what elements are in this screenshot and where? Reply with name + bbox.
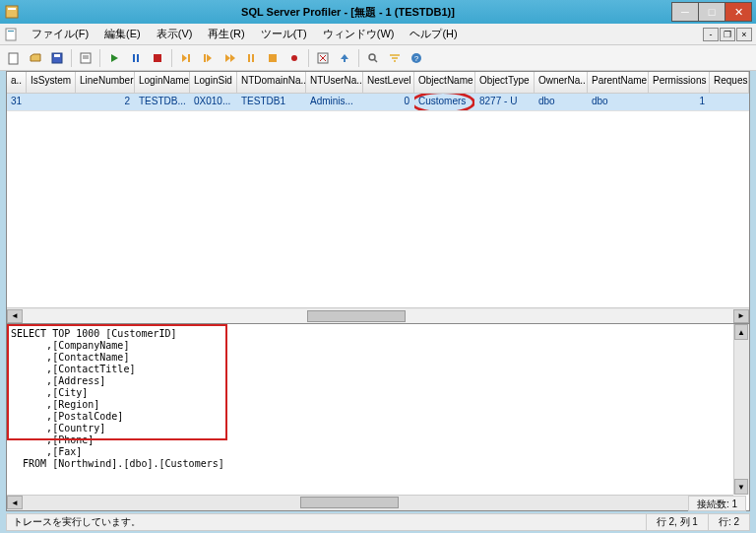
- cell-owner: dbo: [535, 94, 588, 110]
- content-area: a.. IsSystem LineNumber LoginName LoginS…: [6, 71, 750, 511]
- scroll-left-icon[interactable]: ◄: [7, 309, 23, 323]
- text-hscrollbar[interactable]: ◄ ►: [7, 495, 733, 510]
- menu-view[interactable]: 表示(V): [149, 25, 201, 43]
- scroll-thumb[interactable]: [300, 497, 399, 508]
- cell-loginsid: 0X010...: [190, 94, 237, 110]
- col-ntuser[interactable]: NTUserNa..: [306, 72, 363, 93]
- cell-objecttype: 8277 - U: [475, 94, 535, 110]
- svg-rect-4: [9, 53, 18, 64]
- mdi-minimize-button[interactable]: -: [703, 28, 719, 41]
- toolbar: ?: [0, 45, 756, 71]
- status-rows: 行: 2: [708, 514, 749, 530]
- svg-line-24: [374, 59, 377, 62]
- scroll-up-icon[interactable]: ▲: [734, 324, 748, 340]
- replay-pause-icon[interactable]: [241, 48, 261, 68]
- text-vscrollbar[interactable]: ▲ ▼: [733, 324, 749, 495]
- col-linenumber[interactable]: LineNumber: [76, 72, 135, 93]
- replay-stop-icon[interactable]: [263, 48, 283, 68]
- sql-text-pane: SELECT TOP 1000 [CustomerID] ,[CompanyNa…: [7, 324, 749, 510]
- svg-rect-3: [8, 31, 14, 32]
- cell-ntuser: Adminis...: [306, 94, 363, 110]
- filter-button[interactable]: [385, 48, 405, 68]
- open-button[interactable]: [26, 48, 45, 68]
- maximize-button[interactable]: □: [698, 2, 725, 22]
- cell-permissions: 1: [649, 94, 710, 110]
- connection-status: 接続数: 1: [688, 496, 746, 511]
- svg-rect-22: [344, 59, 346, 62]
- window-title: SQL Server Profiler - [無題 - 1 (TESTDB1)]: [24, 5, 672, 20]
- save-button[interactable]: [47, 48, 67, 68]
- menu-help[interactable]: ヘルプ(H): [402, 25, 465, 43]
- menu-bar: ファイル(F) 編集(E) 表示(V) 再生(R) ツール(T) ウィンドウ(W…: [0, 24, 756, 45]
- app-icon: [4, 4, 20, 20]
- find-button[interactable]: [363, 48, 383, 68]
- menu-edit[interactable]: 編集(E): [96, 25, 149, 43]
- menu-tools[interactable]: ツール(T): [253, 25, 315, 43]
- clear-button[interactable]: [313, 48, 333, 68]
- replay-step2-icon[interactable]: [220, 48, 239, 68]
- scroll-left-icon[interactable]: ◄: [7, 496, 23, 509]
- svg-rect-26: [392, 57, 398, 59]
- col-reques[interactable]: Reques: [710, 72, 749, 93]
- run-button[interactable]: [104, 48, 124, 68]
- col-a[interactable]: a..: [7, 72, 27, 93]
- minimize-button[interactable]: ─: [671, 2, 699, 22]
- cell-issystem: [27, 94, 76, 110]
- col-loginsid[interactable]: LoginSid: [190, 72, 237, 93]
- cell-loginname: TESTDB...: [135, 94, 190, 110]
- col-loginname[interactable]: LoginName: [135, 72, 190, 93]
- scroll-right-icon[interactable]: ►: [733, 309, 749, 323]
- col-permissions[interactable]: Permissions: [649, 72, 710, 93]
- title-bar: SQL Server Profiler - [無題 - 1 (TESTDB1)]…: [0, 0, 756, 24]
- col-nestlevel[interactable]: NestLevel: [363, 72, 414, 93]
- svg-rect-6: [54, 54, 60, 57]
- status-position: 行 2, 列 1: [646, 514, 708, 530]
- menu-file[interactable]: ファイル(F): [24, 25, 96, 43]
- svg-rect-17: [269, 54, 277, 62]
- svg-rect-27: [394, 60, 396, 62]
- svg-rect-25: [390, 54, 400, 56]
- cell-linenumber: 2: [76, 94, 135, 110]
- help-button[interactable]: ?: [407, 48, 426, 68]
- mdi-restore-button[interactable]: ❐: [720, 28, 735, 41]
- close-button[interactable]: ✕: [724, 2, 752, 22]
- svg-rect-1: [8, 8, 16, 10]
- grid-hscrollbar[interactable]: ◄ ►: [7, 307, 749, 323]
- col-objectname[interactable]: ObjectName: [414, 72, 475, 93]
- table-row[interactable]: 31 2 TESTDB... 0X010... TESTDB1 Adminis.…: [7, 94, 749, 111]
- col-owner[interactable]: OwnerNa..: [535, 72, 588, 93]
- svg-rect-2: [6, 29, 16, 40]
- mdi-close-button[interactable]: ×: [736, 28, 752, 41]
- breakpoint-icon[interactable]: [284, 48, 304, 68]
- svg-text:?: ?: [414, 54, 419, 63]
- cell-reques: [710, 94, 749, 110]
- svg-rect-15: [248, 54, 250, 62]
- stop-button[interactable]: [148, 48, 167, 68]
- svg-rect-0: [6, 6, 18, 18]
- svg-rect-14: [204, 54, 206, 62]
- sql-text[interactable]: SELECT TOP 1000 [CustomerID] ,[CompanyNa…: [11, 328, 224, 470]
- document-icon: [4, 28, 20, 41]
- replay-start-icon[interactable]: [176, 48, 196, 68]
- pause-button[interactable]: [126, 48, 146, 68]
- new-trace-button[interactable]: [4, 48, 24, 68]
- status-bar: トレースを実行しています。 行 2, 列 1 行: 2: [6, 513, 750, 531]
- autoscroll-button[interactable]: [335, 48, 354, 68]
- menu-replay[interactable]: 再生(R): [200, 25, 252, 43]
- cell-parent: dbo: [588, 94, 649, 110]
- trace-grid: a.. IsSystem LineNumber LoginName LoginS…: [7, 72, 749, 324]
- svg-point-18: [291, 55, 297, 61]
- menu-window[interactable]: ウィンドウ(W): [315, 25, 403, 43]
- grid-body[interactable]: 31 2 TESTDB... 0X010... TESTDB1 Adminis.…: [7, 94, 749, 307]
- scroll-thumb[interactable]: [307, 310, 406, 322]
- col-ntdomain[interactable]: NTDomainNa..: [237, 72, 306, 93]
- col-objecttype[interactable]: ObjectType: [475, 72, 535, 93]
- svg-rect-11: [137, 54, 139, 62]
- scroll-down-icon[interactable]: ▼: [734, 479, 748, 495]
- svg-rect-12: [154, 54, 161, 62]
- replay-step-icon[interactable]: [198, 48, 218, 68]
- properties-button[interactable]: [76, 48, 95, 68]
- col-issystem[interactable]: IsSystem: [27, 72, 76, 93]
- grid-header: a.. IsSystem LineNumber LoginName LoginS…: [7, 72, 749, 94]
- col-parent[interactable]: ParentName: [588, 72, 649, 93]
